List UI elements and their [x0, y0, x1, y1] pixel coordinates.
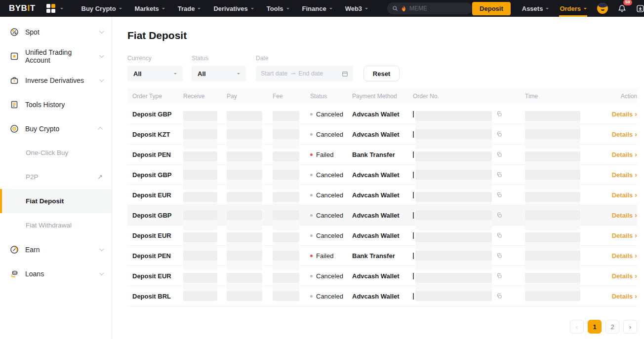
payment-method-cell: Advcash Wallet: [352, 171, 413, 179]
details-link[interactable]: Details: [612, 272, 637, 280]
details-link[interactable]: Details: [612, 231, 637, 239]
details-link[interactable]: Details: [612, 252, 637, 260]
redacted-value: [415, 232, 492, 242]
next-page-button[interactable]: ›: [623, 320, 637, 334]
page-button-1[interactable]: 1: [588, 320, 602, 334]
page-button-2[interactable]: 2: [605, 320, 619, 334]
table-row[interactable]: Deposit KZT Canceled Advcash Wallet Deta…: [127, 124, 637, 145]
copy-icon[interactable]: [496, 192, 502, 198]
table-row[interactable]: Deposit PEN Failed Bank Transfer Details: [127, 246, 637, 266]
redacted-value: [415, 273, 492, 283]
sidebar-item-buy-crypto[interactable]: Buy Crypto: [0, 116, 112, 141]
details-link[interactable]: Details: [612, 151, 637, 158]
nav-buy-crypto[interactable]: Buy Crypto: [75, 5, 128, 12]
sidebar-item-one-click-buy[interactable]: One-Click Buy: [0, 141, 112, 165]
bybit-logo[interactable]: BYBIT: [9, 3, 36, 13]
redacted-value: [415, 151, 492, 161]
nav-orders[interactable]: Orders: [554, 0, 592, 17]
order-no-cell: [413, 129, 525, 139]
order-no-fragment: [413, 131, 414, 138]
details-link[interactable]: Details: [612, 130, 637, 138]
details-link[interactable]: Details: [612, 292, 637, 300]
date-range-picker[interactable]: Start date ⇀ End date: [256, 66, 353, 81]
status-dot-icon: [310, 214, 313, 217]
order-no-fragment: [413, 172, 414, 178]
deposit-button[interactable]: Deposit: [472, 2, 511, 15]
copy-icon[interactable]: [496, 253, 502, 259]
status-dot-icon: [310, 153, 313, 156]
search-input[interactable]: [409, 5, 459, 12]
currency-select[interactable]: All: [127, 66, 183, 81]
copy-icon[interactable]: [496, 212, 502, 218]
calendar-icon: [342, 71, 348, 77]
nav-finance[interactable]: Finance: [296, 5, 339, 12]
nav-web3[interactable]: Web3: [339, 5, 374, 12]
details-link[interactable]: Details: [612, 171, 637, 179]
details-link[interactable]: Details: [612, 211, 637, 219]
redacted-value: [273, 291, 299, 301]
table-row[interactable]: Deposit EUR Canceled Advcash Wallet Deta…: [127, 185, 637, 205]
pay-cell: [227, 271, 273, 281]
table-row[interactable]: Deposit EUR Canceled Advcash Wallet Deta…: [127, 226, 637, 246]
table-row[interactable]: Deposit PEN Failed Bank Transfer Details: [127, 145, 637, 165]
redacted-value: [525, 251, 580, 261]
nav-markets[interactable]: Markets: [128, 5, 171, 12]
redacted-value: [227, 170, 262, 180]
time-cell: [525, 251, 612, 261]
copy-icon[interactable]: [496, 293, 502, 299]
copy-icon[interactable]: [496, 111, 502, 117]
table-row[interactable]: Deposit GBP Canceled Advcash Wallet Deta…: [127, 104, 637, 124]
copy-icon[interactable]: [496, 232, 502, 238]
nav-assets[interactable]: Assets: [517, 0, 555, 17]
copy-icon[interactable]: [496, 151, 502, 157]
pay-cell: [227, 230, 273, 240]
end-date-placeholder[interactable]: End date: [298, 70, 323, 77]
header-receive: Receive: [183, 93, 227, 100]
nav-derivatives[interactable]: Derivatives: [207, 5, 260, 12]
search-bar[interactable]: [387, 2, 472, 14]
copy-icon[interactable]: [496, 172, 502, 178]
redacted-value: [415, 210, 492, 220]
sidebar-item-spot[interactable]: Spot: [0, 20, 112, 44]
external-link-icon: ↗: [97, 173, 103, 181]
pay-cell: [227, 291, 273, 301]
status-select[interactable]: All: [192, 66, 246, 81]
reset-button[interactable]: Reset: [363, 66, 400, 81]
prev-page-button[interactable]: ‹: [570, 320, 584, 334]
sidebar-item-fiat-withdrawal[interactable]: Fiat Withdrawal: [0, 213, 112, 237]
sidebar-item-p2p[interactable]: P2P ↗: [0, 165, 112, 189]
sidebar-item-inverse-derivatives[interactable]: Inverse Derivatives: [0, 68, 112, 92]
apps-grid-icon[interactable]: [46, 4, 63, 13]
table-row[interactable]: Deposit GBP Canceled Advcash Wallet Deta…: [127, 165, 637, 185]
profile-avatar[interactable]: [592, 0, 613, 17]
copy-icon[interactable]: [496, 273, 502, 279]
nav-trade[interactable]: Trade: [171, 5, 207, 12]
sidebar-item-loans[interactable]: Loans: [0, 262, 112, 286]
start-date-placeholder[interactable]: Start date: [261, 70, 287, 77]
order-no-cell: [413, 170, 525, 180]
status-cell: Canceled: [310, 111, 352, 118]
table-row[interactable]: Deposit EUR Canceled Advcash Wallet Deta…: [127, 266, 637, 286]
table-row[interactable]: Deposit BRL Canceled Advcash Wallet Deta…: [127, 286, 637, 306]
sidebar-item-tools-history[interactable]: Tools History: [0, 92, 112, 116]
table-row[interactable]: Deposit GBP Canceled Advcash Wallet Deta…: [127, 205, 637, 226]
notifications-button[interactable]: 59: [613, 0, 631, 17]
chevron-down-icon: [99, 29, 104, 34]
details-link[interactable]: Details: [612, 110, 637, 118]
redacted-value: [227, 251, 262, 261]
sidebar-item-earn[interactable]: Earn: [0, 237, 112, 262]
nav-tools[interactable]: Tools: [260, 5, 296, 12]
chevron-down-icon: [329, 8, 332, 11]
currency-select-value: All: [133, 70, 142, 77]
pay-cell: [227, 251, 273, 261]
header-action: Action: [612, 93, 637, 100]
copy-icon[interactable]: [496, 131, 502, 137]
sidebar-item-unified-trading-account[interactable]: Unified Trading Account: [0, 44, 112, 68]
download-app-button[interactable]: [631, 0, 644, 17]
status-dot-icon: [310, 255, 313, 257]
receive-cell: [183, 291, 227, 301]
action-cell: Details: [612, 110, 637, 118]
action-cell: Details: [612, 191, 637, 199]
sidebar-item-fiat-deposit[interactable]: Fiat Deposit: [0, 189, 112, 213]
details-link[interactable]: Details: [612, 191, 637, 199]
